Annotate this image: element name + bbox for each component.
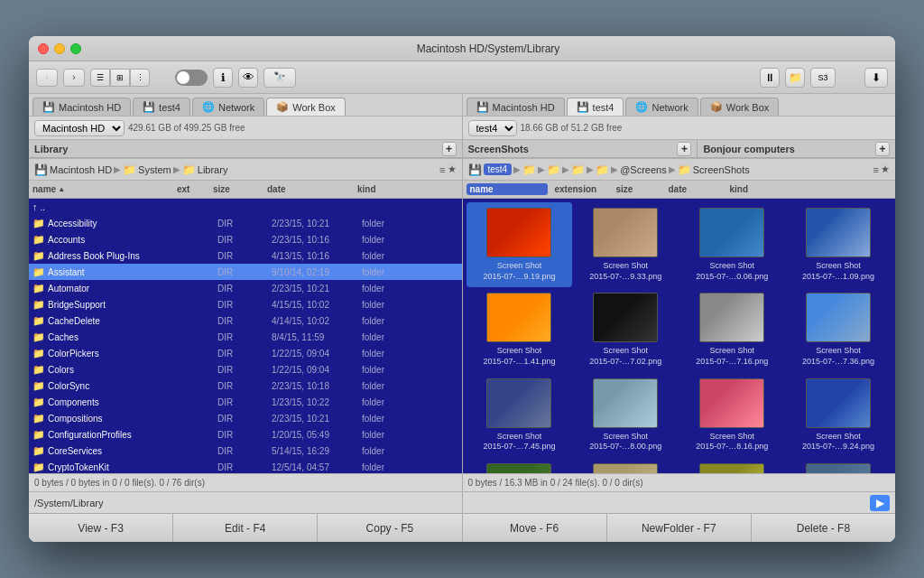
close-button[interactable] xyxy=(38,43,49,54)
binoculars-button[interactable]: 🔭 xyxy=(263,68,296,88)
thumbnail-cell[interactable]: Screen Shot2015-07-…9.24.png xyxy=(785,373,892,458)
sort-arrow: ▲ xyxy=(58,185,65,193)
right-tab-test4[interactable]: 💾 test4 xyxy=(567,98,624,116)
left-file-row[interactable]: 📁 CoreServices DIR 5/14/15, 16:29 folder xyxy=(29,443,462,459)
minimize-button[interactable] xyxy=(54,43,65,54)
left-file-row[interactable]: 📁 BridgeSupport DIR 4/15/15, 10:02 folde… xyxy=(29,296,462,312)
left-file-row[interactable]: 📁 Assistant DIR 9/10/14, 02:19 folder xyxy=(29,264,462,280)
left-file-row[interactable]: 📁 Address Book Plug-Ins DIR 4/13/15, 10:… xyxy=(29,247,462,264)
thumbnail-cell[interactable]: Screen Shot2015-07-…1.09.png xyxy=(785,202,892,287)
bottom-btn-view[interactable]: View - F3 xyxy=(29,514,173,542)
thumbnail-cell[interactable]: Screen Shot2015-07-…0.18.png xyxy=(785,458,892,473)
left-file-row[interactable]: 📁 Caches DIR 8/4/15, 11:59 folder xyxy=(29,329,462,345)
thumbnail-cell[interactable]: Screen Shot2015-07-…9.19.png xyxy=(467,202,573,287)
thumbnail-cell[interactable]: Screen Shot2015-07-…0.02.png xyxy=(679,458,785,473)
left-view-icon[interactable]: ≡ xyxy=(439,164,445,175)
download-button[interactable]: ⬇ xyxy=(864,68,888,88)
r-col-ext-header[interactable]: extension xyxy=(555,184,609,194)
file-size: DIR xyxy=(217,414,272,424)
left-star-icon[interactable]: ★ xyxy=(448,163,457,175)
right-drive-select[interactable]: test4 xyxy=(468,120,517,136)
bottom-btn-delete[interactable]: Delete - F8 xyxy=(752,514,895,542)
test4-icon: 💾 xyxy=(143,101,155,113)
right-tab-workbox[interactable]: 📦 Work Box xyxy=(700,98,779,116)
col-ext-header[interactable]: ext xyxy=(177,184,213,194)
thumbnail-cell[interactable]: Screen Shot2015-07-…8.00.png xyxy=(572,373,679,458)
right-tab-network[interactable]: 🌐 Network xyxy=(625,98,698,116)
left-file-row[interactable]: 📁 Automator DIR 2/23/15, 10:21 folder xyxy=(29,280,462,296)
forward-button[interactable]: › xyxy=(63,69,85,87)
bottom-btn-edit[interactable]: Edit - F4 xyxy=(173,514,318,542)
right-view-icon[interactable]: ≡ xyxy=(873,164,879,175)
right-add-button[interactable]: + xyxy=(677,142,691,156)
r-folder-icon-4: 📁 xyxy=(596,163,609,176)
column-view-button[interactable]: ⊞ xyxy=(110,69,130,87)
right-drive-bar: test4 18.66 GB of 51.2 GB free xyxy=(463,117,896,140)
bonjour-add-button[interactable]: + xyxy=(875,142,890,156)
main-window: Macintosh HD/System/Library ‹ › ☰ ⊞ ⋮ ℹ … xyxy=(29,36,895,542)
left-file-row[interactable]: 📁 Components DIR 1/23/15, 10:22 folder xyxy=(29,394,462,410)
thumbnail-cell[interactable]: Screen Shot2015-07-…1.41.png xyxy=(467,287,573,372)
pause-button[interactable]: ⏸ xyxy=(760,68,780,88)
left-file-row[interactable]: 📁 Accessibility DIR 2/23/15, 10:21 folde… xyxy=(29,215,462,231)
left-file-row[interactable]: 📁 ColorSync DIR 2/23/15, 10:18 folder xyxy=(29,378,462,394)
left-file-row[interactable]: 📁 ConfigurationProfiles DIR 1/20/15, 05:… xyxy=(29,426,462,443)
left-path-input[interactable] xyxy=(34,498,457,508)
thumbnail-cell[interactable]: Screen Shot2015-07-…7.02.png xyxy=(572,287,679,372)
thumbnail-cell[interactable]: Screen Shot2015-07-…0.06.png xyxy=(679,202,785,287)
left-tab-workbox[interactable]: 📦 Work Box xyxy=(266,98,345,116)
thumbnail-cell[interactable]: Screen Shot2015-07-…9.38.png xyxy=(467,458,573,473)
network-icon: 🌐 xyxy=(202,101,215,113)
file-kind: folder xyxy=(362,349,458,359)
r-col-kind-header[interactable]: kind xyxy=(730,184,892,194)
gallery-view-button[interactable]: ⋮ xyxy=(130,69,150,87)
left-file-row[interactable]: ↑ .. xyxy=(29,199,462,215)
info-button[interactable]: ℹ xyxy=(213,68,233,88)
file-kind: folder xyxy=(362,284,458,294)
thumbnail-cell[interactable]: Screen Shot2015-07-…7.16.png xyxy=(679,287,785,372)
eye-button[interactable]: 👁 xyxy=(238,68,258,88)
thumbnail-label: Screen Shot2015-07-…9.33.png xyxy=(589,261,661,282)
left-file-row[interactable]: 📁 ColorPickers DIR 1/22/15, 09:04 folder xyxy=(29,345,462,361)
col-kind-header[interactable]: kind xyxy=(357,184,458,194)
file-name: Automator xyxy=(48,284,181,294)
left-tab-macintosh[interactable]: 💾 Macintosh HD xyxy=(32,98,131,116)
toggle-switch[interactable] xyxy=(175,70,208,86)
bottom-btn-newfolder[interactable]: NewFolder - F7 xyxy=(607,514,752,542)
thumbnail-cell[interactable]: Screen Shot2015-07-…8.16.png xyxy=(679,373,785,458)
list-view-button[interactable]: ☰ xyxy=(90,69,110,87)
thumbnail-cell[interactable]: Screen Shot2015-07-…9.33.png xyxy=(572,202,679,287)
r-col-date-header[interactable]: date xyxy=(669,184,723,194)
left-file-row[interactable]: 📁 Colors DIR 1/22/15, 09:04 folder xyxy=(29,361,462,378)
back-button[interactable]: ‹ xyxy=(36,69,58,87)
s3-button[interactable]: S3 xyxy=(810,68,836,88)
right-path-input[interactable] xyxy=(468,498,867,508)
bottom-btn-move[interactable]: Move - F6 xyxy=(463,514,607,542)
thumbnail-cell[interactable]: Screen Shot2015-07-…9.44.png xyxy=(572,458,679,473)
right-tab-macintosh[interactable]: 💾 Macintosh HD xyxy=(467,98,565,116)
r-col-name-header[interactable]: name xyxy=(467,183,548,195)
thumbnail-cell[interactable]: Screen Shot2015-07-…7.36.png xyxy=(785,287,892,372)
left-add-button[interactable]: + xyxy=(442,142,457,156)
r-network-icon: 🌐 xyxy=(635,101,648,113)
maximize-button[interactable] xyxy=(70,43,81,54)
left-file-row[interactable]: 📁 Compositions DIR 2/23/15, 10:21 folder xyxy=(29,410,462,426)
thumbnail-grid[interactable]: Screen Shot2015-07-…9.19.png Screen Shot… xyxy=(463,199,896,473)
left-file-row[interactable]: 📁 Accounts DIR 2/23/15, 10:16 folder xyxy=(29,231,462,247)
left-drive-select[interactable]: Macintosh HD xyxy=(34,120,125,136)
thumbnail-cell[interactable]: Screen Shot2015-07-…7.45.png xyxy=(467,373,573,458)
new-folder-toolbar-button[interactable]: 📁 xyxy=(785,68,805,88)
left-file-row[interactable]: 📁 CryptoTokenKit DIR 12/5/14, 04:57 fold… xyxy=(29,459,462,473)
file-date: 1/20/15, 05:49 xyxy=(272,430,362,440)
bottom-btn-copy[interactable]: Copy - F5 xyxy=(318,514,462,542)
r-col-size-header[interactable]: size xyxy=(616,184,661,194)
left-tab-test4[interactable]: 💾 test4 xyxy=(133,98,190,116)
col-name-header[interactable]: name ▲ xyxy=(32,184,177,194)
col-size-header[interactable]: size xyxy=(213,184,267,194)
col-date-header[interactable]: date xyxy=(267,184,357,194)
left-file-row[interactable]: 📁 CacheDelete DIR 4/14/15, 10:02 folder xyxy=(29,312,462,329)
right-path-arrow[interactable]: ▶ xyxy=(870,495,890,511)
right-star-icon[interactable]: ★ xyxy=(881,163,890,175)
left-file-list[interactable]: ↑ .. 📁 Accessibility DIR 2/23/15, 10:21 … xyxy=(29,199,462,473)
left-tab-network[interactable]: 🌐 Network xyxy=(192,98,264,116)
